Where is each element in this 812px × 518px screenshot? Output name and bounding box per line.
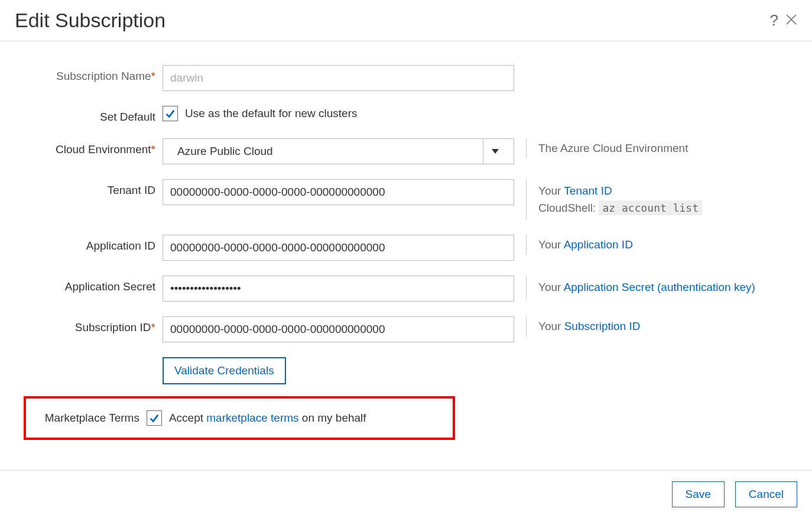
help-icon[interactable]: ?	[770, 11, 778, 30]
row-subscription-id: Subscription ID* Your Subscription ID	[30, 316, 782, 342]
label-subscription-name: Subscription Name*	[30, 65, 163, 83]
application-secret-link[interactable]: Application Secret (authentication key)	[564, 281, 755, 293]
label-marketplace-terms: Marketplace Terms	[32, 410, 147, 425]
save-button[interactable]: Save	[672, 481, 725, 507]
label-tenant-id: Tenant ID	[30, 179, 163, 197]
svg-marker-2	[492, 149, 499, 154]
cloud-environment-value: Azure Public Cloud	[170, 145, 483, 158]
row-marketplace-terms: Marketplace Terms Accept marketplace ter…	[32, 410, 447, 426]
hint-cloud-environment: The Azure Cloud Environment	[526, 138, 688, 158]
tenant-id-code: az account list	[599, 200, 702, 215]
subscription-name-input[interactable]	[163, 65, 514, 91]
set-default-text: Use as the default for new clusters	[185, 107, 357, 120]
set-default-checkbox[interactable]	[163, 106, 178, 121]
application-secret-input[interactable]	[163, 276, 514, 302]
dialog-header: Edit Subscription ?	[0, 0, 812, 41]
marketplace-terms-checkbox[interactable]	[147, 410, 162, 426]
cancel-button[interactable]: Cancel	[735, 481, 797, 507]
validate-credentials-button[interactable]: Validate Credentials	[163, 357, 286, 384]
hint-application-secret: Your Application Secret (authentication …	[526, 276, 755, 300]
label-subscription-id: Subscription ID*	[30, 316, 163, 334]
subscription-id-input[interactable]	[163, 316, 514, 342]
form-area: Subscription Name* Set Default Use as th…	[0, 41, 812, 458]
marketplace-terms-link[interactable]: marketplace terms	[206, 412, 298, 424]
dialog-footer: Save Cancel	[0, 470, 812, 518]
marketplace-terms-highlight: Marketplace Terms Accept marketplace ter…	[24, 396, 455, 440]
tenant-id-link[interactable]: Tenant ID	[564, 184, 612, 197]
tenant-id-input[interactable]	[163, 179, 514, 205]
row-validate: Validate Credentials	[30, 357, 782, 384]
hint-application-id: Your Application ID	[526, 235, 633, 255]
cloud-environment-select[interactable]: Azure Public Cloud	[163, 138, 514, 164]
close-icon[interactable]	[785, 11, 797, 30]
label-application-secret: Application Secret	[30, 276, 163, 293]
chevron-down-icon	[483, 139, 506, 164]
row-set-default: Set Default Use as the default for new c…	[30, 106, 782, 124]
label-cloud-environment: Cloud Environment*	[30, 138, 163, 156]
row-tenant-id: Tenant ID Your Tenant ID CloudShell: az …	[30, 179, 782, 220]
row-cloud-environment: Cloud Environment* Azure Public Cloud Th…	[30, 138, 782, 164]
application-id-input[interactable]	[163, 235, 514, 261]
application-id-link[interactable]: Application ID	[564, 238, 633, 251]
row-application-id: Application ID Your Application ID	[30, 235, 782, 261]
hint-subscription-id: Your Subscription ID	[526, 316, 641, 336]
subscription-id-link[interactable]: Subscription ID	[564, 320, 641, 332]
page-title: Edit Subscription	[15, 9, 165, 32]
row-application-secret: Application Secret Your Application Secr…	[30, 276, 782, 302]
marketplace-terms-text: Accept marketplace terms on my behalf	[169, 412, 366, 425]
header-actions: ?	[770, 11, 797, 30]
row-subscription-name: Subscription Name*	[30, 65, 782, 91]
hint-tenant-id: Your Tenant ID CloudShell: az account li…	[526, 179, 702, 220]
label-set-default: Set Default	[30, 106, 163, 124]
label-application-id: Application ID	[30, 235, 163, 252]
